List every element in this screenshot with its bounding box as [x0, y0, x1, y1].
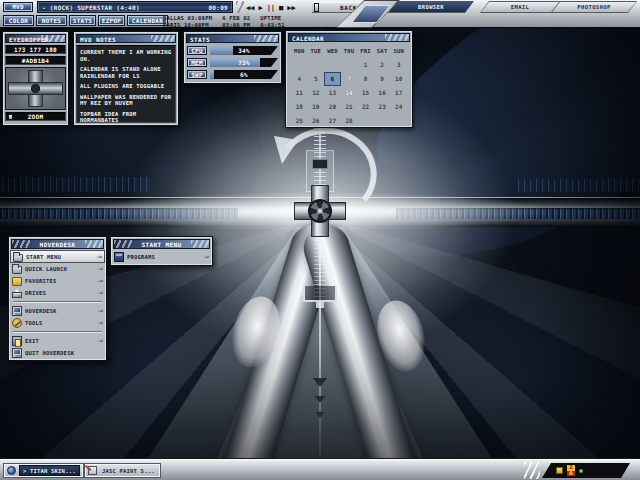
media-player-display: - (ROCK) SUPERSTAR (4:40) 00:09	[37, 1, 233, 13]
desktop: MVD - (ROCK) SUPERSTAR (4:40) 00:09 ◀◀ ▶…	[0, 0, 640, 480]
folder-icon	[12, 266, 22, 274]
track-elapsed: 00:09	[208, 4, 228, 11]
note-line: CALENDAR IS STAND ALONE RAINLENDAR FOR L…	[80, 66, 173, 79]
calendar-day: 27	[324, 114, 341, 128]
eyedropper-hex-value: #ADB1B4	[5, 56, 66, 65]
calendar-day: 10	[390, 72, 407, 86]
menu-separator	[13, 301, 102, 303]
zonealarm-a: A	[567, 471, 575, 477]
menu-item-tools[interactable]: TOOLS ⇒	[10, 317, 105, 329]
task-label: JASC PAINT S...	[100, 467, 157, 475]
menu-item-label: START MENU	[26, 254, 94, 260]
cpu-bar: 34%	[210, 46, 278, 55]
calendar-day-header: SAT	[374, 45, 391, 58]
task-button-titan-skin[interactable]: > TITAN SKIN...	[3, 463, 84, 478]
calendar-day: 23	[374, 100, 391, 114]
calendar-day: 12	[308, 86, 325, 100]
prev-button[interactable]: ◀◀	[246, 4, 254, 12]
swp-meter: SWP 6%	[187, 70, 278, 79]
menu-item-label: HOVERDESK	[25, 308, 95, 314]
status-tray-icon[interactable]	[579, 469, 583, 473]
calendar-day: 18	[291, 100, 308, 114]
note-line: CURRENT THEME I AM WORKING ON.	[80, 49, 173, 62]
exit-icon	[12, 336, 22, 346]
menu-item-label: TOOLS	[25, 320, 95, 326]
submenu-arrow-icon: ⇒	[98, 318, 103, 328]
notes-panel-title[interactable]: MVD NOTES	[76, 34, 176, 43]
calendar-day: 26	[308, 114, 325, 128]
menu-item-label: QUIT HOVERDESK	[25, 350, 103, 356]
task-button-jasc-paint[interactable]: JASC PAINT S...	[84, 463, 161, 478]
stats-panel: STATS CPU 34% MEM 73% SWP 6%	[183, 31, 282, 84]
menu-item-quit-hoverdesk[interactable]: QUIT HOVERDESK	[10, 347, 105, 359]
calendar-day: 28	[341, 114, 358, 128]
calendar-day-header: FRI	[357, 45, 374, 58]
calendar-day	[357, 114, 374, 128]
submenu-arrow-icon: ⇒	[98, 288, 103, 298]
menu-item-exit[interactable]: EXIT ⇒	[10, 335, 105, 347]
submenu-arrow-icon: ⇒	[97, 252, 102, 262]
calendar-day: 5	[308, 72, 325, 86]
taskbar-ornament	[524, 462, 540, 479]
calendar-day	[341, 58, 358, 72]
calendar-day: 25	[291, 114, 308, 128]
zonealarm-tray-icon[interactable]: Z A	[567, 465, 575, 476]
browser-launch-button[interactable]: BROWSER	[388, 1, 474, 13]
menu-item-start-menu[interactable]: START MENU ⇒	[10, 250, 105, 263]
mem-bar: 73%	[210, 58, 278, 67]
menu-item-favorites[interactable]: ★ FAVORITES ⇒	[10, 275, 105, 287]
stats-panel-title[interactable]: STATS	[186, 34, 279, 43]
next-button[interactable]: ▶▶	[287, 4, 295, 12]
calendar-day: 8	[357, 72, 374, 86]
favorites-folder-icon: ★	[12, 277, 22, 286]
swp-label: SWP	[187, 70, 207, 79]
play-button[interactable]: ▶	[258, 4, 262, 12]
monitor-icon	[12, 348, 22, 358]
toggle-notes-button[interactable]: NOTES	[36, 15, 67, 26]
note-line: WALLPAPER WAS RENDERED FOR MY REZ BY NUV…	[80, 94, 173, 107]
eyedropper-zoom-label: ZOOM	[28, 113, 44, 120]
programs-icon	[114, 252, 124, 262]
top-bar: MVD - (ROCK) SUPERSTAR (4:40) 00:09 ◀◀ ▶…	[0, 0, 640, 28]
eyedropper-preview[interactable]	[5, 67, 66, 110]
calendar-day-header: THU	[341, 45, 358, 58]
uptime: UPTIME 0:03:51	[260, 15, 285, 27]
calendar-day: 4	[291, 72, 308, 86]
photoshop-launch-button[interactable]: PHOTOSHOP	[551, 1, 637, 13]
toggle-color-button[interactable]: COLOR	[3, 15, 34, 26]
topbar-ornament	[236, 1, 244, 13]
toggle-stats-button[interactable]: STATS	[69, 15, 96, 26]
email-launch-button[interactable]: EMAIL	[480, 1, 560, 13]
menu-item-programs[interactable]: PROGRAMS ⇒	[112, 250, 211, 264]
mvd-menu-button[interactable]: MVD	[3, 2, 33, 12]
submenu-arrow-icon: ⇒	[98, 264, 103, 274]
calendar-day: 15	[357, 86, 374, 100]
menu-item-quick-launch[interactable]: QUICK LAUNCH ⇒	[10, 263, 105, 275]
calendar-day: 3	[390, 58, 407, 72]
volume-tray-icon[interactable]	[556, 467, 563, 474]
eyedropper-zoom-slider[interactable]: ZOOM	[5, 112, 66, 121]
folder-icon	[13, 254, 23, 262]
calendar-day-today: 6	[324, 72, 341, 86]
submenu-arrow-icon: ⇒	[204, 252, 209, 262]
eyedropper-panel-title[interactable]: EYEDROPPER	[5, 34, 66, 43]
monitor-icon	[12, 306, 22, 316]
menu-item-label: FAVORITES	[25, 278, 95, 284]
calendar-panel-title[interactable]: CALENDAR	[288, 33, 410, 42]
email-launch-label: EMAIL	[481, 2, 559, 12]
calendar-day: 19	[308, 100, 325, 114]
task-label: > TITAN SKIN...	[19, 465, 80, 476]
calendar-day: 16	[374, 86, 391, 100]
menu-item-label: QUICK LAUNCH	[25, 266, 95, 272]
pause-button[interactable]: ||	[267, 4, 275, 12]
notes-body[interactable]: CURRENT THEME I AM WORKING ON. CALENDAR …	[76, 45, 176, 123]
swp-bar: 6%	[210, 70, 278, 79]
toggle-ezpop-button[interactable]: EZPOP	[98, 15, 125, 26]
calendar-day: 9	[374, 72, 391, 86]
calendar-day: 2	[374, 58, 391, 72]
menu-item-hoverdesk[interactable]: HOVERDESK ⇒	[10, 305, 105, 317]
menu-item-drives[interactable]: DRIVES ⇒	[10, 287, 105, 299]
note-line: TOPBAR IDEA FROM NORMANBATES	[80, 111, 173, 124]
stop-button[interactable]: ■	[279, 4, 283, 12]
eyedropper-zoom-handle[interactable]	[8, 114, 13, 120]
